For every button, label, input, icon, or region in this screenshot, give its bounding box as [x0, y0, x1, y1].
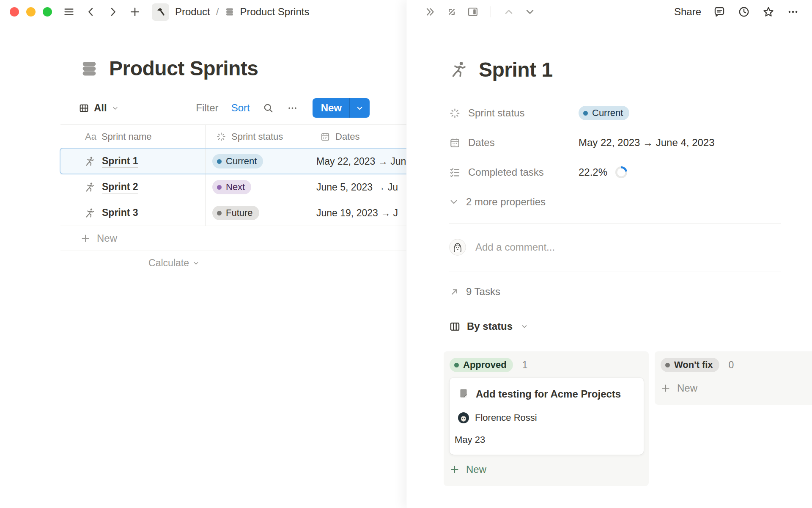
board-view-icon: [449, 321, 461, 332]
breadcrumb-page[interactable]: Product Sprints: [240, 6, 309, 18]
property-label-text: Dates: [468, 137, 495, 149]
status-dot: [583, 111, 588, 116]
sprint-name-link[interactable]: Sprint 3: [102, 207, 138, 219]
chevron-down-icon: [112, 105, 119, 112]
status-property-icon: [449, 108, 461, 119]
running-person-icon[interactable]: [449, 60, 468, 79]
tasks-backlink[interactable]: 9 Tasks: [449, 282, 781, 302]
board-column-header[interactable]: Won't fix 0: [661, 356, 812, 373]
window-topbar: Product / Product Sprints: [0, 0, 406, 24]
property-dates[interactable]: Dates May 22, 2023 → June 4, 2023: [449, 128, 781, 157]
property-label-text: Sprint status: [468, 107, 524, 119]
status-board: Approved 1 Add testing for Acme Projects: [444, 351, 812, 486]
new-button-chevron-icon[interactable]: [350, 104, 370, 112]
breadcrumb-workspace[interactable]: Product: [175, 6, 210, 18]
breadcrumb: Product / Product Sprints: [175, 6, 309, 18]
window-controls: [10, 7, 52, 17]
property-value[interactable]: Current: [579, 106, 629, 120]
dates-value: May 22, 2023 → June 4, 2023: [579, 137, 715, 149]
workspace-hammer-icon[interactable]: [152, 3, 169, 21]
more-options-icon[interactable]: [787, 6, 799, 18]
database-icon: [225, 7, 235, 17]
database-icon[interactable]: [80, 59, 99, 78]
close-window-button[interactable]: [10, 7, 19, 17]
cell-sprint-name[interactable]: Sprint 1: [60, 149, 206, 174]
property-list: Sprint status Current Dates May 22, 2023…: [449, 98, 781, 187]
board-new-card-button[interactable]: New: [661, 377, 812, 400]
new-button-label: New: [313, 102, 349, 114]
status-dot: [217, 185, 222, 190]
property-value[interactable]: May 22, 2023 → June 4, 2023: [579, 137, 715, 149]
status-pill-label: Current: [226, 156, 257, 167]
board-new-card-button[interactable]: New: [450, 458, 644, 481]
filter-button[interactable]: Filter: [196, 102, 218, 114]
card-title[interactable]: Add testing for Acme Projects: [476, 388, 621, 400]
calculate-label: Calculate: [148, 257, 189, 269]
page-icon: [458, 388, 469, 399]
running-person-icon: [84, 156, 95, 167]
property-label: Completed tasks: [449, 166, 579, 178]
notion-window: Product / Product Sprints Product Sprint…: [0, 0, 812, 508]
sidebar-menu-icon[interactable]: [63, 6, 75, 18]
minimize-window-button[interactable]: [26, 7, 36, 17]
forward-button[interactable]: [107, 6, 119, 18]
property-value[interactable]: 22.2%: [579, 166, 628, 179]
more-properties-label: 2 more properties: [466, 196, 546, 208]
add-comment-row[interactable]: Add a comment...: [449, 224, 781, 271]
more-properties-toggle[interactable]: 2 more properties: [449, 187, 781, 217]
calculate-row[interactable]: Calculate: [60, 251, 206, 275]
board-card[interactable]: Add testing for Acme Projects Florence R…: [450, 378, 644, 455]
property-label-text: Completed tasks: [468, 166, 544, 178]
property-completed-tasks[interactable]: Completed tasks 22.2%: [449, 157, 781, 187]
property-label: Dates: [449, 137, 579, 149]
property-sprint-status[interactable]: Sprint status Current: [449, 98, 781, 128]
close-peek-icon[interactable]: [424, 6, 436, 18]
database-title-row: Product Sprints: [80, 57, 258, 80]
column-label: Sprint name: [102, 131, 152, 142]
text-property-icon: Aa: [85, 131, 96, 142]
board-column-wont-fix: Won't fix 0 New: [655, 351, 812, 405]
record-title[interactable]: Sprint 1: [479, 58, 553, 81]
status-pill-label: Future: [226, 207, 253, 218]
new-card-label: New: [466, 464, 486, 475]
new-page-icon[interactable]: [129, 6, 141, 18]
cell-sprint-name[interactable]: Sprint 2: [60, 174, 206, 200]
running-person-icon: [84, 182, 95, 193]
card-assignee: Florence Rossi: [455, 412, 637, 423]
search-icon[interactable]: [263, 102, 274, 114]
back-button[interactable]: [85, 6, 97, 18]
zoom-window-button[interactable]: [43, 7, 52, 17]
new-button[interactable]: New: [313, 98, 370, 118]
cell-sprint-status[interactable]: Future: [206, 200, 309, 226]
status-pill-label: Current: [592, 108, 623, 119]
status-dot: [217, 211, 222, 215]
sprint-name-link[interactable]: Sprint 2: [102, 181, 138, 193]
checklist-property-icon: [449, 167, 461, 178]
toolbar-actions: Filter Sort New: [196, 98, 370, 118]
column-header-sprint-name[interactable]: Aa Sprint name: [60, 125, 206, 148]
dates-value: June 19, 2023 → J: [316, 207, 398, 219]
comment-input[interactable]: Add a comment...: [475, 241, 555, 253]
plus-icon: [661, 383, 671, 393]
column-count: 1: [522, 359, 528, 371]
breadcrumb-separator: /: [216, 6, 219, 18]
sort-button[interactable]: Sort: [231, 102, 250, 114]
linked-view-by-status[interactable]: By status: [449, 316, 781, 337]
board-column-header[interactable]: Approved 1: [450, 356, 644, 373]
chevron-down-icon: [521, 323, 528, 330]
status-pill-label: Next: [226, 182, 245, 193]
percent-value: 22.2%: [579, 166, 607, 178]
column-header-sprint-status[interactable]: Sprint status: [206, 125, 309, 148]
cell-sprint-status[interactable]: Next: [206, 174, 309, 200]
cell-sprint-status[interactable]: Current: [206, 149, 309, 174]
plus-icon: [450, 464, 460, 475]
view-tab-all[interactable]: All: [79, 102, 119, 114]
more-options-icon[interactable]: [287, 102, 298, 114]
running-person-icon: [84, 207, 95, 218]
side-peek-panel: Share Sprint 1: [406, 0, 812, 508]
user-avatar: [449, 239, 466, 256]
cell-sprint-name[interactable]: Sprint 3: [60, 200, 206, 226]
column-pill-label: Won't fix: [674, 359, 713, 370]
column-count: 0: [729, 359, 734, 371]
sprint-name-link[interactable]: Sprint 1: [102, 155, 138, 168]
